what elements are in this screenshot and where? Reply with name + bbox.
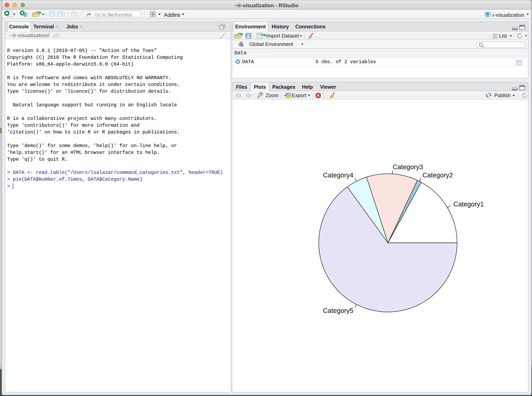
- svg-text:Category3: Category3: [393, 163, 423, 171]
- svg-text:Category2: Category2: [422, 171, 453, 179]
- svg-text:R: R: [486, 12, 489, 16]
- svg-text:Category1: Category1: [453, 200, 484, 208]
- svg-text:Category5: Category5: [323, 307, 353, 314]
- svg-text:Category4: Category4: [323, 171, 353, 179]
